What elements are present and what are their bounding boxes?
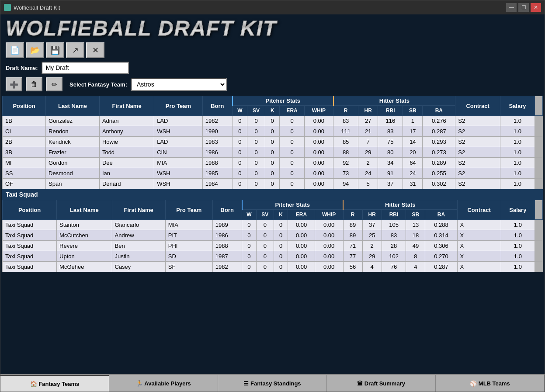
- save-button[interactable]: 💾: [46, 42, 64, 58]
- cell-ba: 0.270: [425, 251, 457, 262]
- table-row[interactable]: CI Rendon Anthony WSH 1990 0 0 0 0 0.00 …: [3, 126, 543, 137]
- col-position: Position: [3, 96, 46, 116]
- cell-team: SF: [165, 262, 212, 272]
- cell-sb: 17: [403, 126, 423, 137]
- cell-r: 71: [343, 241, 362, 251]
- taxi-col-rbi: RBI: [382, 210, 406, 220]
- cell-k: 0: [265, 126, 280, 137]
- cell-last: Rendon: [46, 126, 100, 137]
- cell-rbi: 102: [382, 251, 406, 262]
- cell-r: 83: [333, 116, 358, 126]
- edit-team-button[interactable]: ✏: [46, 77, 62, 91]
- tab-fantasy-teams[interactable]: 🏠 Fantasy Teams: [0, 375, 109, 392]
- cell-whip: 0.00: [304, 126, 333, 137]
- toolbar-close-button[interactable]: ✕: [86, 42, 104, 58]
- cell-era: 0: [280, 116, 304, 126]
- tab-mlb-teams[interactable]: ⚾ MLB Teams: [436, 375, 545, 392]
- tab-draft-summary[interactable]: 🏛 Draft Summary: [327, 375, 436, 392]
- cell-rbi: 28: [382, 241, 406, 251]
- cell-k: 0: [265, 147, 280, 158]
- table-row[interactable]: 1B Gonzalez Adrian LAD 1982 0 0 0 0 0.00…: [3, 116, 543, 126]
- cell-pos: CI: [3, 126, 46, 137]
- delete-team-button[interactable]: 🗑: [26, 77, 42, 91]
- cell-born: 1988: [202, 158, 233, 168]
- cell-salary: 1.0: [501, 262, 535, 272]
- table-row[interactable]: OF Span Denard WSH 1984 0 0 0 0 0.00 94 …: [3, 179, 543, 189]
- cell-whip: 0.00: [304, 179, 333, 189]
- table-row[interactable]: MI Gordon Dee MIA 1988 0 0 0 0 0.00 92 2…: [3, 158, 543, 168]
- cell-k: 0: [265, 179, 280, 189]
- cell-w: 0: [242, 230, 257, 241]
- col-salary: Salary: [500, 96, 535, 116]
- col-r: R: [333, 106, 358, 116]
- table-row[interactable]: 2B Kendrick Howie LAD 1983 0 0 0 0 0.00 …: [3, 137, 543, 147]
- cell-k: 0: [265, 168, 280, 179]
- cell-era: 0: [280, 147, 304, 158]
- title-bar-left: Wolfieball Draft Kit: [4, 4, 60, 11]
- cell-salary: 1.0: [500, 158, 535, 168]
- cell-first: Ian: [99, 168, 154, 179]
- cell-ba: 0.255: [423, 168, 455, 179]
- cell-team: WSH: [154, 179, 203, 189]
- cell-last: Upton: [57, 251, 112, 262]
- cell-w: 0: [233, 137, 247, 147]
- cell-k: 0: [274, 262, 288, 272]
- new-button[interactable]: 📄: [6, 42, 24, 58]
- cell-sb: 18: [406, 230, 425, 241]
- cell-whip: 0.00: [315, 262, 343, 272]
- cell-k: 0: [274, 251, 288, 262]
- cell-contract: S2: [455, 147, 500, 158]
- cell-rbi: 91: [378, 168, 403, 179]
- table-row[interactable]: 3B Frazier Todd CIN 1986 0 0 0 0 0.00 88…: [3, 147, 543, 158]
- cell-last: Frazier: [46, 147, 100, 158]
- table-row[interactable]: Taxi Squad Revere Ben PHI 1988 0 0 0 0.0…: [3, 241, 543, 251]
- table-row[interactable]: Taxi Squad McCutchen Andrew PIT 1986 0 0…: [3, 230, 543, 241]
- cell-rbi: 83: [382, 230, 406, 241]
- cell-born: 1986: [212, 230, 242, 241]
- team-select[interactable]: Astros Cubs Red Sox Yankees Dodgers: [131, 78, 227, 91]
- cell-sv: 0: [256, 220, 274, 230]
- cell-salary: 1.0: [500, 137, 535, 147]
- maximize-button[interactable]: ☐: [518, 3, 529, 12]
- cell-last: Stanton: [57, 220, 112, 230]
- tab-available-players[interactable]: 🏃 Available Players: [109, 375, 218, 392]
- cell-sb: 64: [403, 158, 423, 168]
- cell-contract: S2: [455, 168, 500, 179]
- cell-ba: 0.289: [423, 158, 455, 168]
- taxi-squad-table: Position Last Name First Name Pro Team B…: [2, 200, 543, 272]
- cell-pos: 3B: [3, 147, 46, 158]
- table-row[interactable]: SS Desmond Ian WSH 1985 0 0 0 0 0.00 73 …: [3, 168, 543, 179]
- cell-pos: Taxi Squad: [3, 220, 57, 230]
- cell-hr: 7: [358, 137, 378, 147]
- main-content: Position Last Name First Name Pro Team B…: [0, 96, 545, 374]
- add-team-button[interactable]: ➕: [6, 77, 22, 91]
- cell-whip: 0.00: [315, 241, 343, 251]
- cell-rbi: 116: [378, 116, 403, 126]
- cell-salary: 1.0: [501, 241, 535, 251]
- tab-fantasy-standings[interactable]: ☰ Fantasy Standings: [218, 375, 327, 392]
- col-rbi: RBI: [378, 106, 403, 116]
- draft-name-input[interactable]: [42, 62, 129, 74]
- cell-team: WSH: [154, 168, 203, 179]
- taxi-col-whip: WHIP: [315, 210, 343, 220]
- minimize-button[interactable]: —: [506, 3, 517, 12]
- table-wrapper[interactable]: Position Last Name First Name Pro Team B…: [2, 96, 543, 374]
- cell-era: 0.00: [288, 262, 315, 272]
- export-button[interactable]: ↗: [66, 42, 84, 58]
- cell-contract: X: [457, 241, 501, 251]
- app-title: WOLFIEBALL DRAFT KIT: [6, 18, 539, 39]
- taxi-squad-header: Taxi Squad: [2, 189, 543, 200]
- open-button[interactable]: 📂: [26, 42, 44, 58]
- table-row[interactable]: Taxi Squad Upton Justin SD 1987 0 0 0 0.…: [3, 251, 543, 262]
- cell-w: 0: [233, 116, 247, 126]
- col-born: Born: [202, 96, 233, 116]
- table-row[interactable]: Taxi Squad Stanton Giancarlo MIA 1989 0 …: [3, 220, 543, 230]
- cell-sv: 0: [247, 126, 265, 137]
- cell-sv: 0: [256, 230, 274, 241]
- cell-ba: 0.287: [425, 262, 457, 272]
- table-row[interactable]: Taxi Squad McGehee Casey SF 1982 0 0 0 0…: [3, 262, 543, 272]
- col-hr: HR: [358, 106, 378, 116]
- cell-contract: X: [457, 262, 501, 272]
- cell-k: 0: [265, 116, 280, 126]
- close-button[interactable]: ✕: [531, 3, 541, 12]
